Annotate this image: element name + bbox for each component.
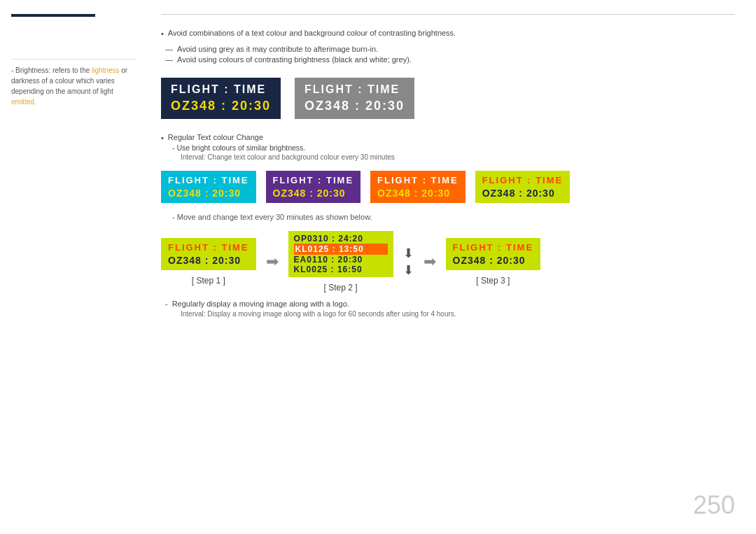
purple-label: FLIGHT : TIME	[273, 175, 354, 185]
step1-flight-box: FLIGHT : TIME OZ348 : 20:30	[161, 238, 256, 270]
step1-box-value: OZ348 : 20:30	[168, 255, 249, 266]
step3-box-label: FLIGHT : TIME	[453, 242, 534, 253]
arrow-right-1: ➡	[266, 253, 279, 271]
step2-row-1: OP0310 : 24:20	[294, 234, 388, 244]
footer-notes: - Regularly display a moving image along…	[161, 300, 735, 318]
top-divider	[161, 14, 735, 15]
steps-row: FLIGHT : TIME OZ348 : 20:30 [ Step 1 ] ➡…	[161, 231, 735, 293]
step1-box-label: FLIGHT : TIME	[168, 242, 249, 253]
sidebar-top-bar	[11, 14, 95, 17]
arrow-right-2: ➡	[424, 253, 436, 271]
dash-item-2: — Avoid using colours of contrasting bri…	[161, 55, 735, 64]
cyan-value: OZ348 : 20:30	[168, 188, 249, 199]
sidebar-note-text: - Brightness: refers to the lightness or…	[11, 66, 127, 106]
arrow-down-block: ⬇ ⬇	[403, 246, 414, 278]
cyan-label: FLIGHT : TIME	[168, 175, 249, 185]
step3-box-value: OZ348 : 20:30	[453, 255, 534, 266]
arrow-down-2: ⬇	[403, 262, 414, 278]
step1-label: [ Step 1 ]	[192, 276, 225, 286]
step2-row-4: KL0025 : 16:50	[294, 265, 388, 274]
dash-item-1: — Avoid using grey as it may contribute …	[161, 45, 735, 53]
footer-dash: -	[165, 300, 168, 308]
step2-row-3: EA0110 : 20:30	[294, 255, 388, 265]
flight-box-purple: FLIGHT : TIME OZ348 : 20:30	[266, 171, 361, 203]
flight-box-dark: FLIGHT : TIME OZ348 : 20:30	[161, 78, 281, 119]
flight-dark-value: OZ348 : 20:30	[171, 99, 271, 113]
main-content: • Avoid combinations of a text colour an…	[147, 0, 756, 534]
step2-row-2: KL0125 : 13:50	[294, 244, 388, 255]
step2-block: OP0310 : 24:20 KL0125 : 13:50 EA0110 : 2…	[288, 231, 393, 293]
step-note: - Move and change text every 30 minutes …	[161, 213, 735, 221]
page-number: 250	[693, 491, 735, 520]
dash-symbol-2: —	[165, 55, 173, 64]
footer-sub-note: Interval: Display a moving image along w…	[161, 310, 735, 318]
section-dot: •	[161, 134, 164, 142]
flight-box-gray: FLIGHT : TIME OZ348 : 20:30	[295, 78, 414, 119]
flight-box-yellow: FLIGHT : TIME OZ348 : 20:30	[475, 171, 570, 203]
sidebar-note: - Brightness: refers to the lightness or…	[11, 65, 136, 107]
step1-block: FLIGHT : TIME OZ348 : 20:30 [ Step 1 ]	[161, 238, 256, 286]
step2-label: [ Step 2 ]	[324, 283, 358, 293]
sidebar: - Brightness: refers to the lightness or…	[0, 0, 147, 534]
dash-symbol-1: —	[165, 45, 173, 53]
bullet-item-1: • Avoid combinations of a text colour an…	[161, 29, 735, 38]
yellow-label: FLIGHT : TIME	[482, 175, 564, 185]
orange-value: OZ348 : 20:30	[377, 188, 458, 199]
section-bullet: • Regular Text colour Change	[161, 133, 735, 142]
orange-label: FLIGHT : TIME	[377, 175, 458, 185]
flight-dark-label: FLIGHT : TIME	[171, 83, 271, 96]
flight-gray-value: OZ348 : 20:30	[304, 99, 405, 113]
yellow-value: OZ348 : 20:30	[482, 188, 564, 199]
section-title: Regular Text colour Change	[168, 133, 263, 141]
purple-value: OZ348 : 20:30	[273, 188, 354, 199]
sub-text-1: - Use bright colours of similar brightne…	[161, 143, 735, 152]
step2-box: OP0310 : 24:20 KL0125 : 13:50 EA0110 : 2…	[288, 231, 393, 277]
step3-label: [ Step 3 ]	[476, 276, 510, 286]
sidebar-divider	[11, 59, 136, 59]
dash-text-1: Avoid using grey as it may contribute to…	[177, 45, 378, 53]
footer-dash-item: - Regularly display a moving image along…	[161, 300, 735, 308]
flight-box-cyan: FLIGHT : TIME OZ348 : 20:30	[161, 171, 256, 203]
bullet-text-1: Avoid combinations of a text colour and …	[168, 29, 456, 37]
arrow-down-1: ⬇	[403, 246, 414, 261]
flight-displays-row: FLIGHT : TIME OZ348 : 20:30 FLIGHT : TIM…	[161, 78, 735, 119]
sub-sub-text: Interval: Change text colour and backgro…	[161, 153, 735, 161]
page-container: - Brightness: refers to the lightness or…	[0, 0, 756, 534]
step-note-text: Move and change text every 30 minutes as…	[177, 213, 372, 221]
flight-box-orange: FLIGHT : TIME OZ348 : 20:30	[370, 171, 465, 203]
step-note-dash: -	[172, 213, 177, 221]
color-boxes-row: FLIGHT : TIME OZ348 : 20:30 FLIGHT : TIM…	[161, 171, 735, 203]
footer-note-1: Regularly display a moving image along w…	[172, 300, 349, 308]
bullet-dot: •	[161, 29, 164, 38]
step3-block: FLIGHT : TIME OZ348 : 20:30 [ Step 3 ]	[446, 238, 541, 286]
step3-flight-box: FLIGHT : TIME OZ348 : 20:30	[446, 238, 541, 270]
dash-text-2: Avoid using colours of contrasting brigh…	[177, 55, 412, 64]
sub-sub-content: Interval: Change text colour and backgro…	[181, 153, 395, 161]
flight-gray-label: FLIGHT : TIME	[304, 83, 405, 96]
sub-text-content-1: Use bright colours of similar brightness…	[176, 143, 305, 152]
bullet-list: • Avoid combinations of a text colour an…	[161, 29, 735, 38]
footer-note-2: Interval: Display a moving image along w…	[181, 310, 456, 318]
